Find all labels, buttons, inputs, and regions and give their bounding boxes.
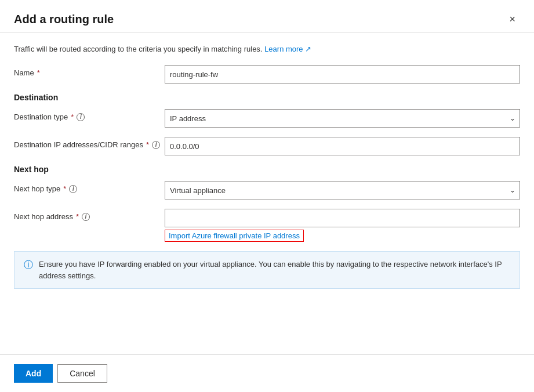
next-hop-heading: Next hop <box>14 165 520 174</box>
info-banner: ⓘ Ensure you have IP forwarding enabled … <box>14 251 520 289</box>
learn-more-link[interactable]: Learn more ↗ <box>264 45 311 53</box>
next-hop-address-required: * <box>76 212 79 221</box>
import-azure-firewall-link[interactable]: Import Azure firewall private IP address <box>165 230 304 242</box>
destination-cidr-label: Destination IP addresses/CIDR ranges * i <box>14 137 165 149</box>
info-text-main: Traffic will be routed according to the … <box>14 45 262 53</box>
destination-cidr-input[interactable] <box>165 137 520 155</box>
next-hop-address-control: Import Azure firewall private IP address <box>165 209 520 242</box>
dialog-title: Add a routing rule <box>14 13 114 26</box>
destination-cidr-row: Destination IP addresses/CIDR ranges * i <box>14 137 520 155</box>
next-hop-address-info-icon[interactable]: i <box>82 213 90 221</box>
info-banner-icon: ⓘ <box>24 259 33 271</box>
destination-cidr-info-icon[interactable]: i <box>152 141 160 149</box>
cancel-button[interactable]: Cancel <box>57 364 107 383</box>
next-hop-type-required: * <box>63 184 66 193</box>
destination-type-info-icon[interactable]: i <box>77 113 85 121</box>
next-hop-type-label: Next hop type * i <box>14 181 165 193</box>
next-hop-address-row: Next hop address * i Import Azure firewa… <box>14 209 520 242</box>
close-button[interactable]: × <box>504 12 520 27</box>
dialog-footer: Add Cancel <box>0 354 534 392</box>
next-hop-type-control: Virtual appliance VirtualNetworkGateway … <box>165 181 520 199</box>
name-input[interactable] <box>165 65 520 84</box>
destination-cidr-control <box>165 137 520 155</box>
destination-type-control: IP address Service Tag VirtualNetwork ⌄ <box>165 109 520 128</box>
next-hop-type-info-icon[interactable]: i <box>69 185 77 193</box>
next-hop-type-select-wrapper: Virtual appliance VirtualNetworkGateway … <box>165 181 520 199</box>
destination-type-required: * <box>71 112 74 121</box>
destination-type-row: Destination type * i IP address Service … <box>14 109 520 128</box>
add-button[interactable]: Add <box>14 364 53 383</box>
info-banner-text: Ensure you have IP forwarding enabled on… <box>39 259 510 281</box>
next-hop-type-row: Next hop type * i Virtual appliance Virt… <box>14 181 520 199</box>
destination-heading: Destination <box>14 93 520 102</box>
destination-type-label: Destination type * i <box>14 109 165 121</box>
destination-cidr-required: * <box>146 140 149 149</box>
dialog-header: Add a routing rule × <box>0 0 534 32</box>
next-hop-address-input[interactable] <box>165 209 520 227</box>
destination-type-select[interactable]: IP address Service Tag VirtualNetwork <box>165 109 520 128</box>
next-hop-type-select[interactable]: Virtual appliance VirtualNetworkGateway … <box>165 181 520 199</box>
info-paragraph: Traffic will be routed according to the … <box>14 45 520 53</box>
destination-type-select-wrapper: IP address Service Tag VirtualNetwork ⌄ <box>165 109 520 128</box>
name-control <box>165 65 520 84</box>
dialog-body: Traffic will be routed according to the … <box>0 33 534 354</box>
name-row: Name * <box>14 65 520 84</box>
add-routing-rule-dialog: Add a routing rule × Traffic will be rou… <box>0 0 534 392</box>
name-required: * <box>37 68 40 77</box>
name-label: Name * <box>14 65 165 77</box>
next-hop-address-label: Next hop address * i <box>14 209 165 221</box>
